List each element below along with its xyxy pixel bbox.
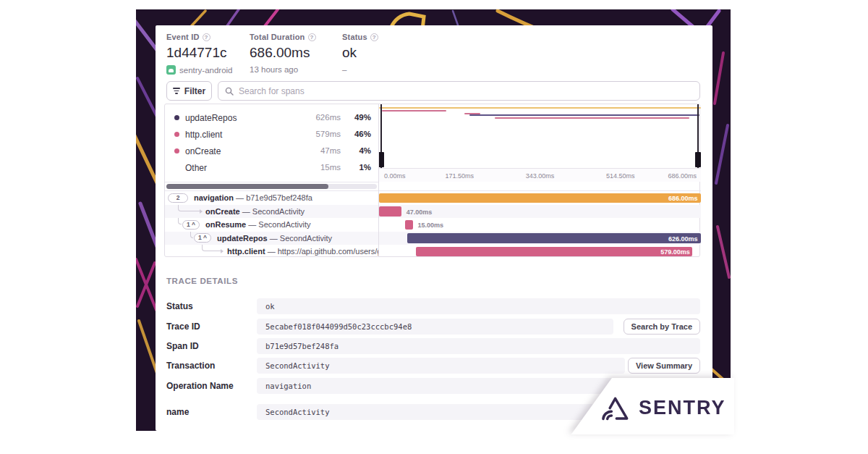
handle-grip[interactable] <box>378 152 384 167</box>
breakdown-row: http.client 579ms 46% <box>165 127 378 143</box>
viewport-handle-left[interactable] <box>380 104 382 168</box>
span-duration-label: 579.00ms <box>660 248 690 256</box>
detail-row-status: Status ok <box>166 298 700 314</box>
span-op: onResume <box>205 220 246 229</box>
span-desc: — SecondActivity <box>248 220 310 229</box>
span-duration-label: 626.00ms <box>668 235 698 243</box>
handle-grip[interactable] <box>695 152 701 167</box>
span-op: http.client <box>227 247 265 256</box>
time-axis: 0.00ms 171.50ms 343.00ms 514.50ms 686.00… <box>379 168 701 182</box>
span-duration-label: 15.00ms <box>417 222 443 229</box>
trace-details-title: TRACE DETAILS <box>166 277 238 285</box>
op-percent: 49% <box>354 113 371 122</box>
detail-label: name <box>166 407 189 417</box>
help-icon[interactable]: ? <box>203 33 210 41</box>
viewport-handle-right[interactable] <box>697 104 699 168</box>
tree-connector <box>202 245 221 251</box>
span-row-httpclient[interactable]: http.client — https://api.github.com/use… <box>165 245 701 258</box>
op-duration: 47ms <box>320 146 341 155</box>
children-count-pill[interactable]: 2 <box>168 193 188 203</box>
op-color-dot <box>174 132 179 137</box>
op-color-dot <box>174 148 179 154</box>
event-id-label: Event ID <box>166 33 200 41</box>
help-icon[interactable]: ? <box>370 33 378 41</box>
breakdown-row: onCreate 47ms 4% <box>165 143 378 159</box>
op-color-dot <box>174 165 179 170</box>
span-bar <box>407 233 701 243</box>
span-desc: — SecondActivity <box>270 234 332 243</box>
span-desc: — https://api.github.com/users/getsentry… <box>268 247 378 256</box>
op-name: Other <box>185 163 207 173</box>
detail-label: Operation Name <box>166 381 234 391</box>
children-count-pill[interactable]: 1 ^ <box>182 220 200 230</box>
detail-row-span-id: Span ID b71e9d57bef248fa <box>166 338 700 354</box>
op-percent: 1% <box>359 163 371 172</box>
scrollbar-track[interactable] <box>166 184 377 189</box>
children-count-pill[interactable]: 1 ^ <box>194 233 211 243</box>
minimap-span-line <box>382 110 446 112</box>
span-search[interactable] <box>218 81 700 101</box>
minimap-span-line <box>495 117 689 119</box>
span-bar <box>379 206 401 217</box>
search-by-trace-button[interactable]: Search by Trace <box>624 319 700 335</box>
sentry-logo-text: SENTRY <box>639 397 726 419</box>
stat-total-duration: Total Duration? 686.00ms 13 hours ago <box>250 33 316 74</box>
connector-arrow-icon <box>200 209 203 214</box>
axis-tick: 343.00ms <box>526 172 555 180</box>
span-duration-label: 47.00ms <box>407 209 433 216</box>
span-desc: — SecondActivity <box>242 207 305 216</box>
tree-connector <box>190 232 193 238</box>
pane-divider <box>378 104 379 256</box>
op-percent: 46% <box>354 130 371 138</box>
tree-connector <box>178 205 200 211</box>
search-icon <box>225 87 234 96</box>
op-color-dot <box>174 115 179 120</box>
axis-tick: 686.00ms <box>668 172 697 180</box>
minimap-span-line <box>469 114 699 116</box>
scrollbar-thumb[interactable] <box>166 184 328 189</box>
stat-event-id: Event ID? 1d44771c sentry-android <box>166 33 233 75</box>
op-name: http.client <box>185 130 222 140</box>
span-duration-label: 686.00ms <box>668 195 698 202</box>
span-op: onCreate <box>205 207 240 216</box>
span-row-onresume[interactable]: 1 ^ onResume — SecondActivity 15.00ms <box>165 218 701 232</box>
detail-label: Status <box>166 301 193 311</box>
breakdown-row: Other 15ms 1% <box>165 160 378 176</box>
project-name: sentry-android <box>179 66 233 75</box>
span-op: updateRepos <box>217 234 268 243</box>
span-bar <box>379 193 701 203</box>
filter-button-label: Filter <box>184 86 205 96</box>
trace-minimap: 0.00ms 171.50ms 343.00ms 514.50ms 686.00… <box>379 104 701 182</box>
status-value: ok <box>342 45 378 61</box>
axis-tick: 0.00ms <box>384 172 406 180</box>
detail-label: Span ID <box>166 341 199 351</box>
detail-value: 5ecabef018f044099d50c23cccbc94e8 <box>257 319 613 335</box>
span-row-updaterepos[interactable]: 1 ^ updateRepos — SecondActivity 626.00m… <box>165 232 701 245</box>
span-bar <box>405 220 412 230</box>
search-input[interactable] <box>239 86 693 96</box>
op-duration: 15ms <box>320 163 341 172</box>
op-duration: 626ms <box>315 113 341 122</box>
span-row-oncreate[interactable]: onCreate — SecondActivity 47.00ms <box>165 205 701 219</box>
filter-icon <box>173 88 180 94</box>
op-name: onCreate <box>185 146 221 156</box>
span-bar <box>416 247 692 257</box>
help-icon[interactable]: ? <box>308 33 316 41</box>
connector-arrow-icon <box>221 249 224 253</box>
detail-value: b71e9d57bef248fa <box>257 338 700 354</box>
stat-status: Status? ok – <box>342 33 378 74</box>
logo-flap: SENTRY <box>557 366 734 434</box>
sentry-logo-icon <box>600 394 630 421</box>
span-op: navigation <box>194 193 234 202</box>
sentry-logo: SENTRY <box>600 394 726 421</box>
minimap-lines <box>379 104 701 168</box>
event-id-value: 1d44771c <box>166 45 233 61</box>
span-row-navigation[interactable]: 2 navigation — b71e9d57bef248fa 686.00ms <box>165 191 701 205</box>
project-platform-icon <box>166 65 176 75</box>
spans-panel: updateRepos 626ms 49% http.client 579ms … <box>164 104 700 257</box>
op-percent: 4% <box>359 146 371 155</box>
span-tree: 2 navigation — b71e9d57bef248fa 686.00ms… <box>165 190 701 258</box>
filter-button[interactable]: Filter <box>166 81 212 101</box>
op-name: updateRepos <box>185 113 237 123</box>
detail-row-trace-id: Trace ID 5ecabef018f044099d50c23cccbc94e… <box>166 319 700 335</box>
